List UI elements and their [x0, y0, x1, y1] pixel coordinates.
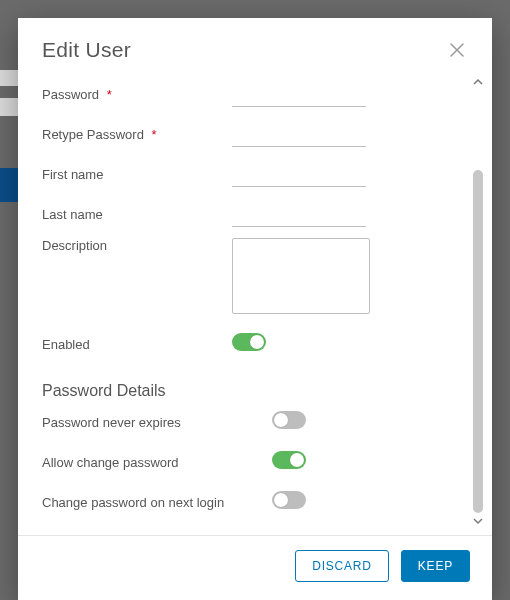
enabled-label: Enabled [42, 337, 232, 352]
keep-button[interactable]: KEEP [401, 550, 470, 582]
discard-button[interactable]: DISCARD [295, 550, 389, 582]
change-next-login-toggle[interactable] [272, 491, 306, 509]
last-name-label: Last name [42, 207, 232, 222]
required-marker: * [107, 87, 112, 102]
required-marker: * [152, 127, 157, 142]
row-retype-password: Retype Password * [42, 118, 464, 150]
edit-user-modal: Edit User Password * Retype Password * [18, 18, 492, 600]
modal-title: Edit User [42, 38, 131, 62]
never-expires-label: Password never expires [42, 415, 272, 430]
row-description: Description [42, 238, 464, 318]
modal-footer: DISCARD KEEP [18, 535, 492, 600]
first-name-label: First name [42, 167, 232, 182]
row-password: Password * [42, 78, 464, 110]
description-input[interactable] [232, 238, 370, 314]
password-label: Password * [42, 87, 232, 102]
chevron-up-icon [473, 73, 483, 91]
row-enabled: Enabled [42, 328, 464, 360]
scrollbar[interactable] [470, 74, 486, 529]
modal-body-scroll: Password * Retype Password * First name … [18, 68, 492, 535]
allow-change-toggle[interactable] [272, 451, 306, 469]
password-input[interactable] [232, 82, 366, 107]
password-details-heading: Password Details [42, 382, 464, 400]
close-button[interactable] [446, 39, 468, 61]
row-allow-change: Allow change password [42, 446, 464, 478]
modal-body: Password * Retype Password * First name … [18, 68, 470, 535]
retype-password-input[interactable] [232, 122, 366, 147]
allow-change-label: Allow change password [42, 455, 272, 470]
scroll-down-arrow[interactable] [470, 513, 486, 529]
first-name-input[interactable] [232, 162, 366, 187]
scroll-up-arrow[interactable] [470, 74, 486, 90]
close-icon [450, 43, 464, 57]
modal-header: Edit User [18, 18, 492, 68]
enabled-toggle[interactable] [232, 333, 266, 351]
row-never-expires: Password never expires [42, 406, 464, 438]
change-next-login-label: Change password on next login [42, 495, 272, 510]
row-last-name: Last name [42, 198, 464, 230]
chevron-down-icon [473, 512, 483, 530]
row-change-next-login: Change password on next login [42, 486, 464, 518]
row-first-name: First name [42, 158, 464, 190]
description-label: Description [42, 238, 232, 253]
never-expires-toggle[interactable] [272, 411, 306, 429]
retype-password-label: Retype Password * [42, 127, 232, 142]
scrollbar-thumb[interactable] [473, 170, 483, 513]
scrollbar-track[interactable] [473, 90, 483, 513]
last-name-input[interactable] [232, 202, 366, 227]
